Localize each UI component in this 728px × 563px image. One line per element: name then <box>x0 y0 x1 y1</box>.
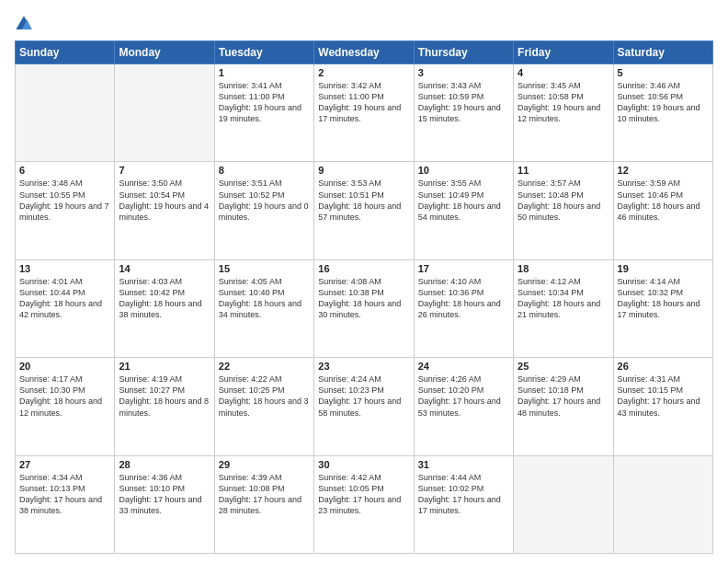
day-number: 7 <box>119 165 210 176</box>
calendar-header-friday: Friday <box>514 41 613 64</box>
calendar-cell: 26Sunrise: 4:31 AM Sunset: 10:15 PM Dayl… <box>613 358 712 455</box>
day-info: Sunrise: 4:03 AM Sunset: 10:42 PM Daylig… <box>119 276 210 321</box>
calendar-cell: 21Sunrise: 4:19 AM Sunset: 10:27 PM Dayl… <box>115 358 214 455</box>
day-number: 14 <box>119 263 210 274</box>
calendar-header-row: SundayMondayTuesdayWednesdayThursdayFrid… <box>16 41 713 64</box>
day-info: Sunrise: 4:42 AM Sunset: 10:05 PM Daylig… <box>318 472 409 517</box>
day-info: Sunrise: 4:08 AM Sunset: 10:38 PM Daylig… <box>318 276 409 321</box>
day-info: Sunrise: 3:42 AM Sunset: 11:00 PM Daylig… <box>318 80 409 125</box>
calendar-header-saturday: Saturday <box>613 41 712 64</box>
day-info: Sunrise: 4:14 AM Sunset: 10:32 PM Daylig… <box>618 276 709 321</box>
calendar-header-tuesday: Tuesday <box>214 41 313 64</box>
day-info: Sunrise: 3:41 AM Sunset: 11:00 PM Daylig… <box>219 80 310 125</box>
day-info: Sunrise: 3:51 AM Sunset: 10:52 PM Daylig… <box>219 178 310 223</box>
day-number: 26 <box>618 361 709 372</box>
calendar-cell: 1Sunrise: 3:41 AM Sunset: 11:00 PM Dayli… <box>214 64 313 162</box>
calendar-cell: 2Sunrise: 3:42 AM Sunset: 11:00 PM Dayli… <box>314 64 414 162</box>
day-number: 20 <box>19 361 110 372</box>
calendar-cell: 11Sunrise: 3:57 AM Sunset: 10:48 PM Dayl… <box>514 162 613 259</box>
calendar-cell: 9Sunrise: 3:53 AM Sunset: 10:51 PM Dayli… <box>314 162 414 259</box>
day-info: Sunrise: 4:29 AM Sunset: 10:18 PM Daylig… <box>518 373 609 419</box>
day-info: Sunrise: 3:45 AM Sunset: 10:58 PM Daylig… <box>518 80 609 125</box>
calendar-cell: 18Sunrise: 4:12 AM Sunset: 10:34 PM Dayl… <box>514 259 613 357</box>
day-number: 10 <box>418 165 509 176</box>
day-number: 8 <box>219 165 310 176</box>
day-info: Sunrise: 3:53 AM Sunset: 10:51 PM Daylig… <box>318 178 409 223</box>
calendar-cell <box>115 64 214 162</box>
day-info: Sunrise: 4:19 AM Sunset: 10:27 PM Daylig… <box>119 373 210 419</box>
day-number: 4 <box>518 67 609 78</box>
day-info: Sunrise: 3:46 AM Sunset: 10:56 PM Daylig… <box>618 80 709 125</box>
day-number: 9 <box>318 165 409 176</box>
calendar-cell: 19Sunrise: 4:14 AM Sunset: 10:32 PM Dayl… <box>613 259 712 357</box>
calendar-cell <box>16 64 115 162</box>
calendar-cell: 5Sunrise: 3:46 AM Sunset: 10:56 PM Dayli… <box>613 64 712 162</box>
day-number: 24 <box>418 361 509 372</box>
day-info: Sunrise: 3:48 AM Sunset: 10:55 PM Daylig… <box>19 178 110 223</box>
day-number: 27 <box>19 459 110 470</box>
calendar-cell: 20Sunrise: 4:17 AM Sunset: 10:30 PM Dayl… <box>16 358 115 455</box>
day-info: Sunrise: 3:43 AM Sunset: 10:59 PM Daylig… <box>418 80 509 125</box>
day-info: Sunrise: 4:17 AM Sunset: 10:30 PM Daylig… <box>19 373 110 419</box>
day-number: 3 <box>418 67 509 78</box>
day-number: 19 <box>618 263 709 274</box>
calendar-cell <box>514 455 613 553</box>
day-number: 30 <box>318 459 409 470</box>
day-number: 28 <box>119 459 210 470</box>
calendar-cell: 29Sunrise: 4:39 AM Sunset: 10:08 PM Dayl… <box>214 455 313 553</box>
calendar-cell: 31Sunrise: 4:44 AM Sunset: 10:02 PM Dayl… <box>414 455 513 553</box>
calendar-header-sunday: Sunday <box>16 41 115 64</box>
calendar-cell: 4Sunrise: 3:45 AM Sunset: 10:58 PM Dayli… <box>514 64 613 162</box>
calendar-cell: 24Sunrise: 4:26 AM Sunset: 10:20 PM Dayl… <box>414 358 513 455</box>
day-number: 22 <box>219 361 310 372</box>
calendar-cell: 23Sunrise: 4:24 AM Sunset: 10:23 PM Dayl… <box>314 358 414 455</box>
calendar-week-2: 6Sunrise: 3:48 AM Sunset: 10:55 PM Dayli… <box>16 162 713 259</box>
day-info: Sunrise: 4:34 AM Sunset: 10:13 PM Daylig… <box>19 472 110 517</box>
day-info: Sunrise: 3:57 AM Sunset: 10:48 PM Daylig… <box>518 178 609 223</box>
calendar-cell: 25Sunrise: 4:29 AM Sunset: 10:18 PM Dayl… <box>514 358 613 455</box>
day-number: 5 <box>618 67 709 78</box>
day-info: Sunrise: 4:12 AM Sunset: 10:34 PM Daylig… <box>518 276 609 321</box>
calendar-cell: 3Sunrise: 3:43 AM Sunset: 10:59 PM Dayli… <box>414 64 513 162</box>
day-number: 13 <box>19 263 110 274</box>
calendar-week-5: 27Sunrise: 4:34 AM Sunset: 10:13 PM Dayl… <box>16 455 713 553</box>
day-number: 16 <box>318 263 409 274</box>
calendar-cell: 8Sunrise: 3:51 AM Sunset: 10:52 PM Dayli… <box>214 162 313 259</box>
calendar-cell: 6Sunrise: 3:48 AM Sunset: 10:55 PM Dayli… <box>16 162 115 259</box>
day-info: Sunrise: 3:55 AM Sunset: 10:49 PM Daylig… <box>418 178 509 223</box>
calendar-cell: 14Sunrise: 4:03 AM Sunset: 10:42 PM Dayl… <box>115 259 214 357</box>
day-info: Sunrise: 4:39 AM Sunset: 10:08 PM Daylig… <box>219 472 310 517</box>
day-info: Sunrise: 4:22 AM Sunset: 10:25 PM Daylig… <box>219 373 310 419</box>
calendar-header-wednesday: Wednesday <box>314 41 414 64</box>
day-number: 17 <box>418 263 509 274</box>
calendar-cell: 12Sunrise: 3:59 AM Sunset: 10:46 PM Dayl… <box>613 162 712 259</box>
calendar-cell: 17Sunrise: 4:10 AM Sunset: 10:36 PM Dayl… <box>414 259 513 357</box>
day-number: 6 <box>19 165 110 176</box>
calendar-week-3: 13Sunrise: 4:01 AM Sunset: 10:44 PM Dayl… <box>16 259 713 357</box>
day-number: 18 <box>518 263 609 274</box>
day-number: 23 <box>318 361 409 372</box>
calendar-week-1: 1Sunrise: 3:41 AM Sunset: 11:00 PM Dayli… <box>16 64 713 162</box>
day-number: 29 <box>219 459 310 470</box>
calendar-week-4: 20Sunrise: 4:17 AM Sunset: 10:30 PM Dayl… <box>16 358 713 455</box>
day-info: Sunrise: 4:36 AM Sunset: 10:10 PM Daylig… <box>119 472 210 517</box>
calendar-cell <box>613 455 712 553</box>
day-info: Sunrise: 4:26 AM Sunset: 10:20 PM Daylig… <box>418 373 509 419</box>
day-info: Sunrise: 3:59 AM Sunset: 10:46 PM Daylig… <box>618 178 709 223</box>
calendar-cell: 16Sunrise: 4:08 AM Sunset: 10:38 PM Dayl… <box>314 259 414 357</box>
day-number: 12 <box>618 165 709 176</box>
day-number: 25 <box>518 361 609 372</box>
day-info: Sunrise: 4:10 AM Sunset: 10:36 PM Daylig… <box>418 276 509 321</box>
day-info: Sunrise: 4:05 AM Sunset: 10:40 PM Daylig… <box>219 276 310 321</box>
day-number: 15 <box>219 263 310 274</box>
calendar-cell: 7Sunrise: 3:50 AM Sunset: 10:54 PM Dayli… <box>115 162 214 259</box>
day-info: Sunrise: 3:50 AM Sunset: 10:54 PM Daylig… <box>119 178 210 223</box>
day-info: Sunrise: 4:44 AM Sunset: 10:02 PM Daylig… <box>418 472 509 517</box>
day-info: Sunrise: 4:24 AM Sunset: 10:23 PM Daylig… <box>318 373 409 419</box>
day-number: 21 <box>119 361 210 372</box>
calendar-cell: 28Sunrise: 4:36 AM Sunset: 10:10 PM Dayl… <box>115 455 214 553</box>
calendar-cell: 10Sunrise: 3:55 AM Sunset: 10:49 PM Dayl… <box>414 162 513 259</box>
calendar-header-monday: Monday <box>115 41 214 64</box>
calendar-cell: 27Sunrise: 4:34 AM Sunset: 10:13 PM Dayl… <box>16 455 115 553</box>
header <box>15 15 713 33</box>
